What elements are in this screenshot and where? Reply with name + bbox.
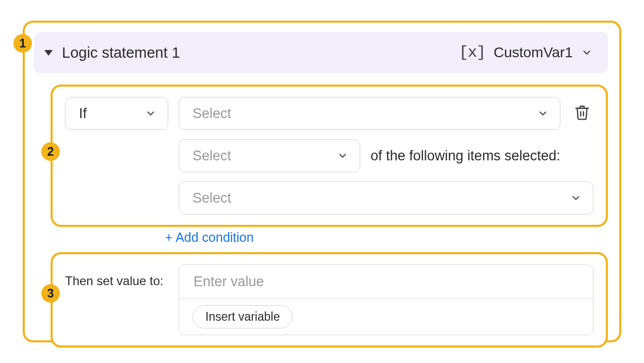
chevron-down-icon: [145, 108, 156, 119]
page: 1 Logic statement 1 [x] CustomVar1 2 If: [0, 0, 644, 363]
items-select-placeholder: Select: [192, 190, 231, 206]
value-group: Insert variable: [179, 265, 593, 335]
quantity-select-placeholder: Select: [192, 148, 231, 164]
step-badge-3: 3: [41, 284, 60, 303]
variable-icon: [x]: [459, 44, 485, 61]
value-input[interactable]: [192, 273, 579, 290]
value-input-wrap: [179, 265, 593, 299]
field-select-placeholder: Select: [192, 106, 231, 122]
items-select[interactable]: Select: [179, 182, 593, 214]
then-row: Then set value to: Insert variable: [65, 265, 593, 335]
then-label: Then set value to:: [65, 265, 168, 288]
statement-title: Logic statement 1: [62, 44, 180, 61]
then-section: 3 Then set value to: Insert variable: [51, 252, 608, 348]
chevron-down-icon: [581, 47, 592, 58]
operator-label: If: [79, 106, 87, 122]
value-toolbar: Insert variable: [179, 299, 593, 335]
logic-statement-frame: 1 Logic statement 1 [x] CustomVar1 2 If: [23, 21, 621, 342]
chevron-down-icon: [537, 108, 549, 119]
trash-icon: [574, 104, 590, 123]
quantity-select[interactable]: Select: [179, 139, 360, 172]
condition-row-1: If Select: [65, 97, 593, 130]
condition-row-3: Select: [65, 182, 593, 214]
statement-header[interactable]: Logic statement 1 [x] CustomVar1: [34, 32, 608, 73]
collapse-icon[interactable]: [44, 50, 53, 56]
condition-middle-text: of the following items selected:: [371, 148, 560, 164]
variable-name: CustomVar1: [493, 44, 573, 61]
statement-header-left: Logic statement 1: [44, 44, 180, 61]
add-condition-link[interactable]: + Add condition: [165, 230, 254, 244]
condition-row-2: Select of the following items selected:: [65, 139, 593, 172]
insert-variable-button[interactable]: Insert variable: [192, 305, 293, 328]
add-condition-row: + Add condition: [51, 230, 608, 245]
step-badge-1: 1: [13, 34, 32, 53]
operator-select[interactable]: If: [65, 97, 168, 130]
variable-selector[interactable]: [x] CustomVar1: [459, 44, 592, 61]
condition-section: 2 If Select: [51, 85, 608, 227]
field-select[interactable]: Select: [179, 97, 560, 130]
chevron-down-icon: [570, 192, 582, 204]
step-badge-2: 2: [41, 142, 60, 161]
chevron-down-icon: [337, 150, 348, 161]
delete-condition-button[interactable]: [571, 104, 593, 123]
